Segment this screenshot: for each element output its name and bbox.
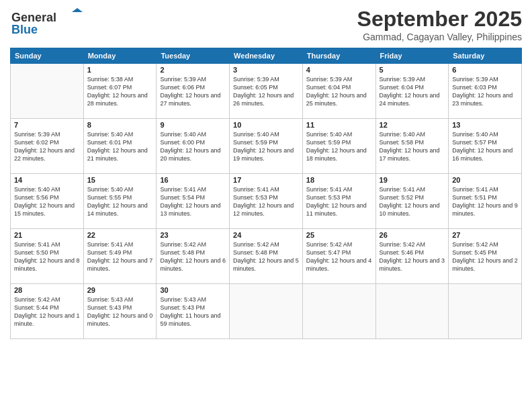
cell-w1-d2: 9Sunrise: 5:40 AMSunset: 6:00 PMDaylight… [157, 119, 230, 174]
day-number: 22 [87, 231, 153, 239]
cell-w0-d4: 4Sunrise: 5:39 AMSunset: 6:04 PMDaylight… [302, 64, 375, 119]
cell-w4-d3 [230, 284, 303, 339]
day-info: Sunrise: 5:42 AMSunset: 5:47 PMDaylight:… [306, 240, 372, 273]
day-number: 30 [160, 286, 226, 294]
day-number: 17 [233, 176, 299, 184]
day-info: Sunrise: 5:40 AMSunset: 6:00 PMDaylight:… [160, 130, 226, 163]
cell-w4-d5 [375, 284, 449, 339]
calendar-header-row: Sunday Monday Tuesday Wednesday Thursday… [11, 48, 522, 64]
col-saturday: Saturday [449, 48, 522, 64]
cell-w0-d5: 5Sunrise: 5:39 AMSunset: 6:04 PMDaylight… [375, 64, 449, 119]
day-number: 21 [14, 231, 80, 239]
day-info: Sunrise: 5:39 AMSunset: 6:05 PMDaylight:… [233, 75, 299, 108]
cell-w2-d0: 14Sunrise: 5:40 AMSunset: 5:56 PMDayligh… [11, 174, 84, 229]
cell-w1-d5: 12Sunrise: 5:40 AMSunset: 5:58 PMDayligh… [375, 119, 449, 174]
day-info: Sunrise: 5:40 AMSunset: 5:58 PMDaylight:… [380, 130, 445, 163]
day-info: Sunrise: 5:41 AMSunset: 5:53 PMDaylight:… [233, 185, 299, 218]
day-number: 6 [452, 66, 518, 74]
cell-w3-d0: 21Sunrise: 5:41 AMSunset: 5:50 PMDayligh… [11, 229, 84, 284]
day-info: Sunrise: 5:40 AMSunset: 5:56 PMDaylight:… [14, 185, 80, 218]
day-number: 27 [452, 231, 518, 239]
day-number: 20 [452, 176, 518, 184]
cell-w3-d1: 22Sunrise: 5:41 AMSunset: 5:49 PMDayligh… [83, 229, 157, 284]
cell-w2-d1: 15Sunrise: 5:40 AMSunset: 5:55 PMDayligh… [83, 174, 157, 229]
cell-w1-d1: 8Sunrise: 5:40 AMSunset: 6:01 PMDaylight… [83, 119, 157, 174]
week-row-3: 21Sunrise: 5:41 AMSunset: 5:50 PMDayligh… [11, 229, 522, 284]
day-info: Sunrise: 5:41 AMSunset: 5:54 PMDaylight:… [160, 185, 226, 218]
title-block: September 2025 Gammad, Cagayan Valley, P… [357, 7, 522, 42]
day-number: 15 [87, 176, 153, 184]
day-number: 16 [160, 176, 226, 184]
cell-w3-d6: 27Sunrise: 5:42 AMSunset: 5:45 PMDayligh… [449, 229, 522, 284]
cell-w3-d2: 23Sunrise: 5:42 AMSunset: 5:48 PMDayligh… [157, 229, 230, 284]
cell-w4-d4 [302, 284, 375, 339]
cell-w4-d0: 28Sunrise: 5:42 AMSunset: 5:44 PMDayligh… [11, 284, 84, 339]
day-number: 3 [233, 66, 299, 74]
logo-text: General Blue [10, 7, 84, 40]
day-info: Sunrise: 5:39 AMSunset: 6:04 PMDaylight:… [306, 75, 372, 108]
header: General Blue September 2025 Gammad, Caga… [10, 7, 522, 42]
day-number: 19 [380, 176, 445, 184]
cell-w2-d4: 18Sunrise: 5:41 AMSunset: 5:53 PMDayligh… [302, 174, 375, 229]
cell-w2-d2: 16Sunrise: 5:41 AMSunset: 5:54 PMDayligh… [157, 174, 230, 229]
week-row-4: 28Sunrise: 5:42 AMSunset: 5:44 PMDayligh… [11, 284, 522, 339]
day-number: 7 [14, 121, 80, 129]
page: General Blue September 2025 Gammad, Caga… [0, 0, 532, 411]
day-info: Sunrise: 5:41 AMSunset: 5:49 PMDaylight:… [87, 240, 153, 273]
day-info: Sunrise: 5:39 AMSunset: 6:02 PMDaylight:… [14, 130, 80, 163]
day-number: 28 [14, 286, 80, 294]
cell-w0-d3: 3Sunrise: 5:39 AMSunset: 6:05 PMDaylight… [230, 64, 303, 119]
day-info: Sunrise: 5:39 AMSunset: 6:04 PMDaylight:… [380, 75, 445, 108]
col-friday: Friday [375, 48, 449, 64]
day-info: Sunrise: 5:41 AMSunset: 5:53 PMDaylight:… [306, 185, 372, 218]
cell-w2-d6: 20Sunrise: 5:41 AMSunset: 5:51 PMDayligh… [449, 174, 522, 229]
day-info: Sunrise: 5:39 AMSunset: 6:03 PMDaylight:… [452, 75, 518, 108]
logo: General Blue [10, 7, 84, 40]
day-info: Sunrise: 5:40 AMSunset: 5:59 PMDaylight:… [306, 130, 372, 163]
day-number: 25 [306, 231, 372, 239]
day-info: Sunrise: 5:40 AMSunset: 5:59 PMDaylight:… [233, 130, 299, 163]
day-info: Sunrise: 5:42 AMSunset: 5:46 PMDaylight:… [380, 240, 445, 273]
cell-w3-d3: 24Sunrise: 5:42 AMSunset: 5:48 PMDayligh… [230, 229, 303, 284]
day-info: Sunrise: 5:42 AMSunset: 5:48 PMDaylight:… [160, 240, 226, 273]
day-info: Sunrise: 5:43 AMSunset: 5:43 PMDaylight:… [87, 295, 153, 328]
day-number: 18 [306, 176, 372, 184]
day-number: 14 [14, 176, 80, 184]
week-row-0: 1Sunrise: 5:38 AMSunset: 6:07 PMDaylight… [11, 64, 522, 119]
calendar-table: Sunday Monday Tuesday Wednesday Thursday… [10, 48, 522, 339]
col-sunday: Sunday [11, 48, 84, 64]
col-tuesday: Tuesday [157, 48, 230, 64]
day-number: 10 [233, 121, 299, 129]
day-number: 24 [233, 231, 299, 239]
cell-w4-d6 [449, 284, 522, 339]
location: Gammad, Cagayan Valley, Philippines [357, 32, 522, 42]
col-thursday: Thursday [302, 48, 375, 64]
day-number: 4 [306, 66, 372, 74]
day-number: 13 [452, 121, 518, 129]
col-monday: Monday [83, 48, 157, 64]
svg-marker-1 [72, 8, 83, 12]
cell-w4-d2: 30Sunrise: 5:43 AMSunset: 5:43 PMDayligh… [157, 284, 230, 339]
day-number: 12 [380, 121, 445, 129]
cell-w0-d0 [11, 64, 84, 119]
day-info: Sunrise: 5:40 AMSunset: 5:57 PMDaylight:… [452, 130, 518, 163]
day-info: Sunrise: 5:40 AMSunset: 6:01 PMDaylight:… [87, 130, 153, 163]
cell-w2-d5: 19Sunrise: 5:41 AMSunset: 5:52 PMDayligh… [375, 174, 449, 229]
cell-w0-d2: 2Sunrise: 5:39 AMSunset: 6:06 PMDaylight… [157, 64, 230, 119]
svg-text:General: General [11, 11, 56, 24]
day-number: 8 [87, 121, 153, 129]
cell-w1-d6: 13Sunrise: 5:40 AMSunset: 5:57 PMDayligh… [449, 119, 522, 174]
day-info: Sunrise: 5:39 AMSunset: 6:06 PMDaylight:… [160, 75, 226, 108]
col-wednesday: Wednesday [230, 48, 303, 64]
day-info: Sunrise: 5:42 AMSunset: 5:44 PMDaylight:… [14, 295, 80, 328]
cell-w1-d0: 7Sunrise: 5:39 AMSunset: 6:02 PMDaylight… [11, 119, 84, 174]
day-number: 2 [160, 66, 226, 74]
day-number: 5 [380, 66, 445, 74]
day-info: Sunrise: 5:41 AMSunset: 5:51 PMDaylight:… [452, 185, 518, 218]
cell-w1-d3: 10Sunrise: 5:40 AMSunset: 5:59 PMDayligh… [230, 119, 303, 174]
svg-text:Blue: Blue [11, 23, 38, 36]
cell-w0-d1: 1Sunrise: 5:38 AMSunset: 6:07 PMDaylight… [83, 64, 157, 119]
day-info: Sunrise: 5:41 AMSunset: 5:50 PMDaylight:… [14, 240, 80, 273]
cell-w1-d4: 11Sunrise: 5:40 AMSunset: 5:59 PMDayligh… [302, 119, 375, 174]
day-number: 9 [160, 121, 226, 129]
